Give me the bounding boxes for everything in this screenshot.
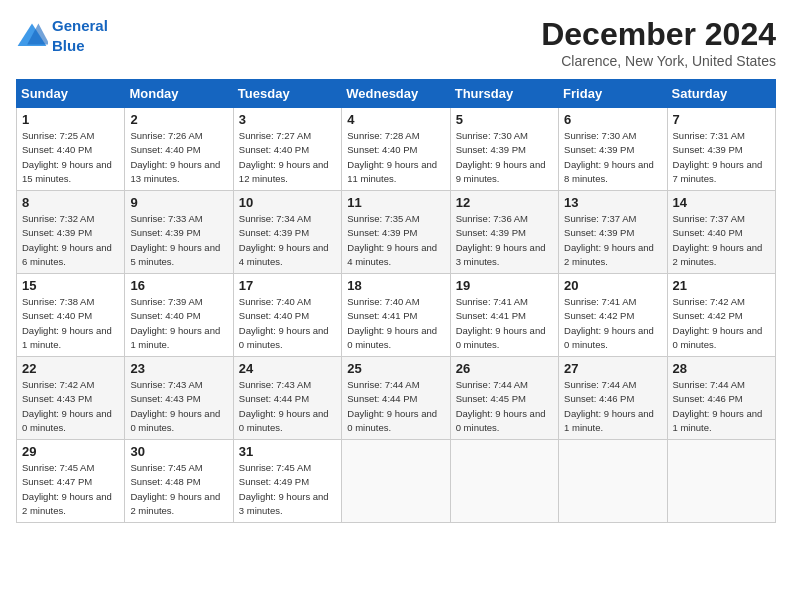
day-cell-23: 23 Sunrise: 7:43 AM Sunset: 4:43 PM Dayl… [125, 357, 233, 440]
day-number: 14 [673, 195, 770, 210]
day-info: Sunrise: 7:44 AM Sunset: 4:46 PM Dayligh… [673, 378, 770, 435]
day-info: Sunrise: 7:39 AM Sunset: 4:40 PM Dayligh… [130, 295, 227, 352]
day-info: Sunrise: 7:27 AM Sunset: 4:40 PM Dayligh… [239, 129, 336, 186]
day-number: 20 [564, 278, 661, 293]
empty-cell [559, 440, 667, 523]
logo-blue: Blue [52, 37, 85, 54]
day-cell-29: 29 Sunrise: 7:45 AM Sunset: 4:47 PM Dayl… [17, 440, 125, 523]
month-title: December 2024 [541, 16, 776, 53]
day-info: Sunrise: 7:44 AM Sunset: 4:46 PM Dayligh… [564, 378, 661, 435]
day-info: Sunrise: 7:31 AM Sunset: 4:39 PM Dayligh… [673, 129, 770, 186]
day-cell-19: 19 Sunrise: 7:41 AM Sunset: 4:41 PM Dayl… [450, 274, 558, 357]
day-number: 1 [22, 112, 119, 127]
day-number: 2 [130, 112, 227, 127]
title-area: December 2024 Clarence, New York, United… [541, 16, 776, 69]
day-cell-27: 27 Sunrise: 7:44 AM Sunset: 4:46 PM Dayl… [559, 357, 667, 440]
day-number: 11 [347, 195, 444, 210]
logo-icon [16, 22, 48, 50]
day-cell-16: 16 Sunrise: 7:39 AM Sunset: 4:40 PM Dayl… [125, 274, 233, 357]
empty-cell [342, 440, 450, 523]
day-cell-22: 22 Sunrise: 7:42 AM Sunset: 4:43 PM Dayl… [17, 357, 125, 440]
day-number: 10 [239, 195, 336, 210]
day-number: 17 [239, 278, 336, 293]
day-number: 19 [456, 278, 553, 293]
day-info: Sunrise: 7:42 AM Sunset: 4:42 PM Dayligh… [673, 295, 770, 352]
day-number: 26 [456, 361, 553, 376]
day-info: Sunrise: 7:44 AM Sunset: 4:45 PM Dayligh… [456, 378, 553, 435]
day-number: 22 [22, 361, 119, 376]
header-saturday: Saturday [667, 80, 775, 108]
day-number: 3 [239, 112, 336, 127]
empty-cell [450, 440, 558, 523]
header-tuesday: Tuesday [233, 80, 341, 108]
day-cell-17: 17 Sunrise: 7:40 AM Sunset: 4:40 PM Dayl… [233, 274, 341, 357]
day-info: Sunrise: 7:30 AM Sunset: 4:39 PM Dayligh… [564, 129, 661, 186]
day-cell-8: 8 Sunrise: 7:32 AM Sunset: 4:39 PM Dayli… [17, 191, 125, 274]
header-friday: Friday [559, 80, 667, 108]
day-info: Sunrise: 7:45 AM Sunset: 4:47 PM Dayligh… [22, 461, 119, 518]
day-cell-2: 2 Sunrise: 7:26 AM Sunset: 4:40 PM Dayli… [125, 108, 233, 191]
day-info: Sunrise: 7:34 AM Sunset: 4:39 PM Dayligh… [239, 212, 336, 269]
day-info: Sunrise: 7:45 AM Sunset: 4:49 PM Dayligh… [239, 461, 336, 518]
day-info: Sunrise: 7:37 AM Sunset: 4:39 PM Dayligh… [564, 212, 661, 269]
day-cell-26: 26 Sunrise: 7:44 AM Sunset: 4:45 PM Dayl… [450, 357, 558, 440]
day-number: 8 [22, 195, 119, 210]
day-cell-15: 15 Sunrise: 7:38 AM Sunset: 4:40 PM Dayl… [17, 274, 125, 357]
day-number: 25 [347, 361, 444, 376]
day-info: Sunrise: 7:35 AM Sunset: 4:39 PM Dayligh… [347, 212, 444, 269]
day-cell-9: 9 Sunrise: 7:33 AM Sunset: 4:39 PM Dayli… [125, 191, 233, 274]
day-number: 31 [239, 444, 336, 459]
day-cell-5: 5 Sunrise: 7:30 AM Sunset: 4:39 PM Dayli… [450, 108, 558, 191]
header-sunday: Sunday [17, 80, 125, 108]
day-info: Sunrise: 7:43 AM Sunset: 4:44 PM Dayligh… [239, 378, 336, 435]
header-wednesday: Wednesday [342, 80, 450, 108]
day-number: 24 [239, 361, 336, 376]
header: General Blue December 2024 Clarence, New… [16, 16, 776, 69]
day-number: 13 [564, 195, 661, 210]
day-info: Sunrise: 7:36 AM Sunset: 4:39 PM Dayligh… [456, 212, 553, 269]
day-cell-14: 14 Sunrise: 7:37 AM Sunset: 4:40 PM Dayl… [667, 191, 775, 274]
day-info: Sunrise: 7:45 AM Sunset: 4:48 PM Dayligh… [130, 461, 227, 518]
day-number: 4 [347, 112, 444, 127]
header-thursday: Thursday [450, 80, 558, 108]
day-number: 28 [673, 361, 770, 376]
day-cell-11: 11 Sunrise: 7:35 AM Sunset: 4:39 PM Dayl… [342, 191, 450, 274]
day-number: 7 [673, 112, 770, 127]
day-cell-31: 31 Sunrise: 7:45 AM Sunset: 4:49 PM Dayl… [233, 440, 341, 523]
day-cell-13: 13 Sunrise: 7:37 AM Sunset: 4:39 PM Dayl… [559, 191, 667, 274]
day-info: Sunrise: 7:25 AM Sunset: 4:40 PM Dayligh… [22, 129, 119, 186]
day-number: 9 [130, 195, 227, 210]
day-info: Sunrise: 7:38 AM Sunset: 4:40 PM Dayligh… [22, 295, 119, 352]
day-info: Sunrise: 7:32 AM Sunset: 4:39 PM Dayligh… [22, 212, 119, 269]
day-info: Sunrise: 7:37 AM Sunset: 4:40 PM Dayligh… [673, 212, 770, 269]
day-info: Sunrise: 7:41 AM Sunset: 4:42 PM Dayligh… [564, 295, 661, 352]
day-cell-30: 30 Sunrise: 7:45 AM Sunset: 4:48 PM Dayl… [125, 440, 233, 523]
day-number: 23 [130, 361, 227, 376]
day-cell-18: 18 Sunrise: 7:40 AM Sunset: 4:41 PM Dayl… [342, 274, 450, 357]
location: Clarence, New York, United States [541, 53, 776, 69]
day-number: 30 [130, 444, 227, 459]
day-info: Sunrise: 7:28 AM Sunset: 4:40 PM Dayligh… [347, 129, 444, 186]
day-cell-1: 1 Sunrise: 7:25 AM Sunset: 4:40 PM Dayli… [17, 108, 125, 191]
header-monday: Monday [125, 80, 233, 108]
day-cell-21: 21 Sunrise: 7:42 AM Sunset: 4:42 PM Dayl… [667, 274, 775, 357]
day-info: Sunrise: 7:44 AM Sunset: 4:44 PM Dayligh… [347, 378, 444, 435]
day-info: Sunrise: 7:30 AM Sunset: 4:39 PM Dayligh… [456, 129, 553, 186]
day-number: 21 [673, 278, 770, 293]
day-info: Sunrise: 7:41 AM Sunset: 4:41 PM Dayligh… [456, 295, 553, 352]
day-cell-24: 24 Sunrise: 7:43 AM Sunset: 4:44 PM Dayl… [233, 357, 341, 440]
day-number: 18 [347, 278, 444, 293]
day-cell-3: 3 Sunrise: 7:27 AM Sunset: 4:40 PM Dayli… [233, 108, 341, 191]
day-cell-28: 28 Sunrise: 7:44 AM Sunset: 4:46 PM Dayl… [667, 357, 775, 440]
day-cell-7: 7 Sunrise: 7:31 AM Sunset: 4:39 PM Dayli… [667, 108, 775, 191]
day-cell-6: 6 Sunrise: 7:30 AM Sunset: 4:39 PM Dayli… [559, 108, 667, 191]
logo: General Blue [16, 16, 108, 56]
day-info: Sunrise: 7:33 AM Sunset: 4:39 PM Dayligh… [130, 212, 227, 269]
day-info: Sunrise: 7:40 AM Sunset: 4:40 PM Dayligh… [239, 295, 336, 352]
day-number: 29 [22, 444, 119, 459]
day-number: 15 [22, 278, 119, 293]
day-number: 5 [456, 112, 553, 127]
day-cell-10: 10 Sunrise: 7:34 AM Sunset: 4:39 PM Dayl… [233, 191, 341, 274]
day-info: Sunrise: 7:26 AM Sunset: 4:40 PM Dayligh… [130, 129, 227, 186]
day-info: Sunrise: 7:40 AM Sunset: 4:41 PM Dayligh… [347, 295, 444, 352]
